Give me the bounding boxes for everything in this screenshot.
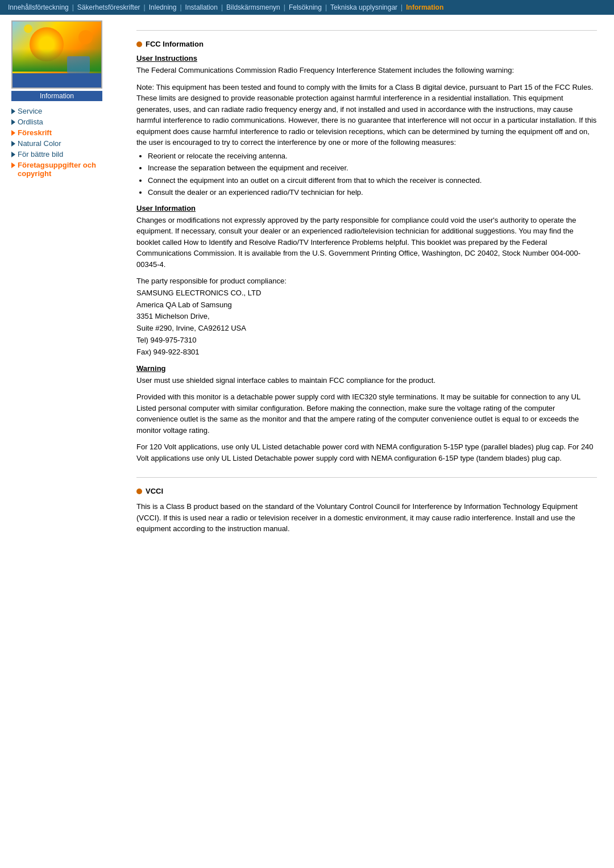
address-line-6: Fax) 949-922-8301 xyxy=(136,347,597,358)
sidebar: Information Service Ordlista Föreskrift … xyxy=(0,15,119,810)
party-text: The party responsible for product compli… xyxy=(136,276,597,287)
sidebar-item-foreskrift[interactable]: Föreskrift xyxy=(11,128,119,137)
nav-item-information[interactable]: Information xyxy=(403,2,447,12)
vcci-section: VCCI This is a Class B product based on … xyxy=(136,487,597,535)
sidebar-link-ordlista[interactable]: Ordlista xyxy=(18,118,43,126)
address-line-2: America QA Lab of Samsung xyxy=(136,299,597,311)
top-divider xyxy=(136,30,597,31)
sidebar-image-label: Information xyxy=(11,91,102,101)
fcc-bullet xyxy=(136,41,142,47)
nav-item-inledning[interactable]: Inledning xyxy=(146,2,180,12)
arrow-orange-icon xyxy=(11,130,15,136)
sidebar-item-battre-bild[interactable]: För bättre bild xyxy=(11,150,119,158)
arrow-orange-icon xyxy=(11,162,15,168)
nav-item-innehållsförteckning[interactable]: Innehållsförteckning xyxy=(5,2,72,12)
top-navigation: Innehållsförteckning | Säkerhetsföreskri… xyxy=(0,0,614,15)
fcc-title-text: FCC Information xyxy=(146,40,204,48)
page-layout: Information Service Ordlista Föreskrift … xyxy=(0,15,614,810)
sidebar-item-ordlista[interactable]: Ordlista xyxy=(11,118,119,126)
arrow-icon xyxy=(11,108,15,114)
bullet-item-4: Consult the dealer or an experienced rad… xyxy=(148,187,597,198)
voltage-text: For 120 Volt applications, use only UL L… xyxy=(136,441,597,464)
note-text-content: Note: This equipment has been tested and… xyxy=(136,83,596,147)
warning-label: Warning xyxy=(136,364,597,373)
user-information-label: User Information xyxy=(136,204,597,212)
user-information-text: Changes or modifications not expressly a… xyxy=(136,215,597,270)
address-line-5: Tel) 949-975-7310 xyxy=(136,335,597,347)
warning-text: User must use shielded signal interface … xyxy=(136,375,597,386)
nav-item-säkerhetsföreskrifter[interactable]: Säkerhetsföreskrifter xyxy=(74,2,144,12)
sidebar-image xyxy=(11,20,102,89)
sidebar-link-natural-color[interactable]: Natural Color xyxy=(18,139,61,148)
vcci-title-text: VCCI xyxy=(146,487,163,495)
vcci-text: This is a Class B product based on the s… xyxy=(136,501,597,535)
arrow-icon xyxy=(11,119,15,125)
sidebar-link-battre-bild[interactable]: För bättre bild xyxy=(18,150,63,158)
sidebar-nav: Service Ordlista Föreskrift Natural Colo… xyxy=(11,107,119,178)
vcci-bullet xyxy=(136,489,142,494)
bullet-list: Reorient or relocate the receiving anten… xyxy=(148,151,597,198)
power-cord-text: Provided with this monitor is a detachab… xyxy=(136,391,597,436)
user-instructions-label: User Instructions xyxy=(136,54,597,62)
main-content: FCC Information User Instructions The Fe… xyxy=(119,15,614,810)
middle-divider xyxy=(136,477,597,478)
nav-item-installation[interactable]: Installation xyxy=(182,2,221,12)
address-block: The party responsible for product compli… xyxy=(136,276,597,358)
address-line-4: Suite #290, Irvine, CA92612 USA xyxy=(136,323,597,335)
sidebar-item-natural-color[interactable]: Natural Color xyxy=(11,139,119,148)
fcc-section-title: FCC Information xyxy=(136,40,597,48)
bullet-item-1: Reorient or relocate the receiving anten… xyxy=(148,151,597,162)
fcc-section: FCC Information User Instructions The Fe… xyxy=(136,40,597,464)
bullet-item-2: Increase the separation between the equi… xyxy=(148,162,597,174)
note-text: Note: This equipment has been tested and… xyxy=(136,82,597,198)
arrow-icon xyxy=(11,152,15,157)
nav-item-bildskärmsmenyn[interactable]: Bildskärmsmenyn xyxy=(223,2,284,12)
user-instructions-text: The Federal Communications Commission Ra… xyxy=(136,65,597,76)
sidebar-link-foreskrift[interactable]: Föreskrift xyxy=(18,128,52,137)
sidebar-link-service[interactable]: Service xyxy=(18,107,42,115)
bullet-item-3: Connect the equipment into an outlet on … xyxy=(148,175,597,186)
arrow-icon xyxy=(11,141,15,147)
address-line-1: SAMSUNG ELECTRONICS CO., LTD xyxy=(136,287,597,299)
address-line-3: 3351 Michelson Drive, xyxy=(136,311,597,323)
vcci-section-title: VCCI xyxy=(136,487,597,495)
nav-item-felsökning[interactable]: Felsökning xyxy=(285,2,325,12)
sidebar-item-foretagsuppgifter[interactable]: Företagsuppgifter och copyright xyxy=(11,161,119,178)
nav-item-tekniska-upplysningar[interactable]: Tekniska upplysningar xyxy=(327,2,401,12)
sidebar-item-service[interactable]: Service xyxy=(11,107,119,115)
sidebar-link-foretagsuppgifter[interactable]: Företagsuppgifter och copyright xyxy=(18,161,119,178)
